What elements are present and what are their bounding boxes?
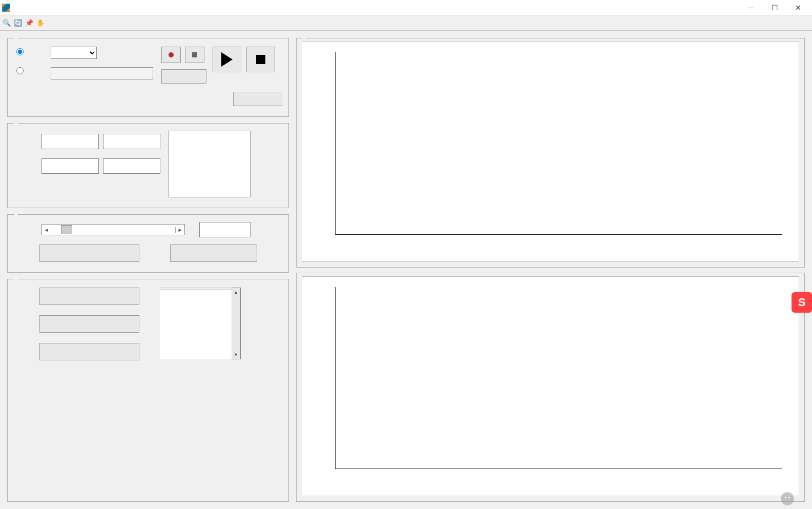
audio-input-panel (7, 38, 289, 117)
volume-slider[interactable]: ◄ ► (41, 224, 185, 235)
record-icon (169, 52, 174, 57)
file-path-input[interactable] (51, 67, 153, 79)
denoise-panel: ◄ ► (7, 214, 289, 273)
rotate-icon[interactable]: 🔄 (13, 18, 23, 28)
export-audio-button[interactable] (233, 92, 282, 106)
plot-type-listbox[interactable] (169, 131, 251, 197)
title-bar: ─ ☐ ✕ (0, 0, 812, 15)
col-identity (196, 288, 232, 290)
slider-right-arrow-icon[interactable]: ► (175, 227, 184, 233)
var-initial-value (41, 158, 99, 174)
window-controls: ─ ☐ ✕ (739, 0, 810, 15)
stop-icon (256, 55, 265, 64)
stop-square-icon (192, 52, 197, 57)
sample-rate-select[interactable] (51, 47, 97, 59)
file-radio[interactable] (14, 66, 47, 74)
zoom-in-icon[interactable]: 🔍 (2, 18, 11, 28)
identity-table[interactable] (160, 288, 232, 359)
stop-button[interactable] (246, 47, 275, 72)
scroll-up-icon[interactable]: ▲ (232, 288, 240, 296)
mean-initial-value (41, 134, 99, 149)
toolbar: 🔍 🔄 📌 ✋ (0, 15, 812, 31)
processed-waveform-axes[interactable] (302, 276, 799, 497)
table-scrollbar[interactable]: ▲▼ (232, 288, 241, 359)
col-index (160, 288, 196, 290)
slider-left-arrow-icon[interactable]: ◄ (42, 227, 51, 233)
gain-display (199, 222, 251, 237)
play-button[interactable] (213, 47, 241, 72)
mean-denoise-value (103, 134, 160, 149)
choose-file-button[interactable] (161, 69, 206, 84)
pan-icon[interactable]: ✋ (36, 18, 45, 28)
slider-thumb[interactable] (61, 225, 72, 234)
identify-button[interactable] (39, 315, 139, 333)
delete-button[interactable] (39, 343, 139, 360)
record-stop-button[interactable] (185, 47, 204, 63)
reset-button[interactable] (170, 245, 257, 262)
var-denoise-value (103, 158, 160, 174)
minimize-button[interactable]: ─ (739, 0, 763, 15)
close-button[interactable]: ✕ (786, 0, 810, 15)
spectral-subtract-button[interactable] (39, 245, 139, 262)
record-radio[interactable] (14, 47, 47, 55)
analysis-panel (7, 123, 289, 208)
record-button[interactable] (161, 47, 181, 63)
bottom-plot-panel (296, 273, 805, 502)
enroll-button[interactable] (39, 288, 139, 305)
top-plot-panel (296, 38, 805, 268)
matlab-logo-icon (2, 4, 10, 12)
voiceprint-panel: ▲▼ (7, 279, 289, 502)
data-cursor-icon[interactable]: 📌 (25, 18, 34, 28)
scroll-down-icon[interactable]: ▼ (232, 351, 240, 359)
play-icon (221, 52, 233, 67)
maximize-button[interactable]: ☐ (763, 0, 786, 15)
sogou-ime-icon[interactable]: S (792, 292, 812, 313)
initial-waveform-axes[interactable] (302, 42, 799, 262)
